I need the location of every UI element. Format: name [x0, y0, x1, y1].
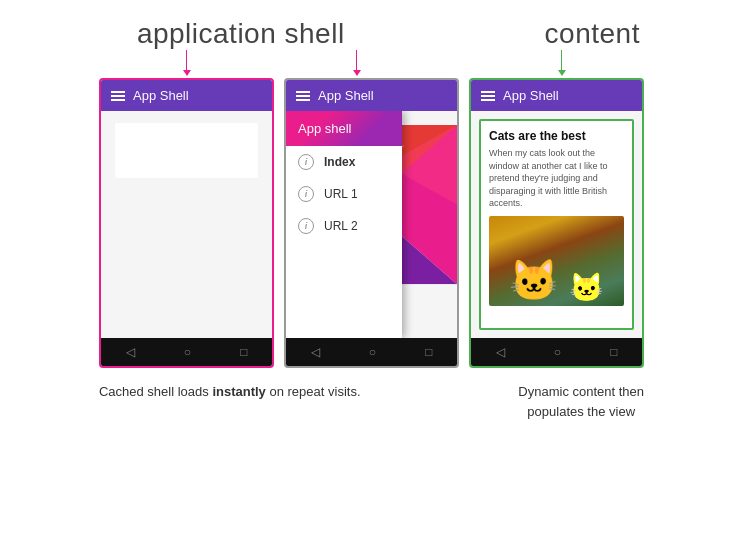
- phone2-title: App Shell: [318, 88, 374, 103]
- phone3-home-icon: ○: [554, 345, 561, 359]
- phone3-recents-icon: □: [610, 345, 617, 359]
- phone2-hamburger: [296, 91, 310, 101]
- content-text: When my cats look out the window at anot…: [489, 147, 624, 210]
- drawer-item-url2[interactable]: i URL 2: [286, 210, 402, 242]
- drawer-header: App shell: [286, 111, 402, 146]
- phone1: App Shell ◁ ○ □: [99, 78, 274, 368]
- phone2-navbar: ◁ ○ □: [286, 338, 457, 366]
- drawer-item-index[interactable]: i Index: [286, 146, 402, 178]
- phone2-body: App shell i Index i URL 1 i URL 2: [286, 111, 457, 338]
- caption-left-text: Cached shell loads: [99, 384, 212, 399]
- phone1-card: [115, 123, 258, 178]
- phone1-title: App Shell: [133, 88, 189, 103]
- phones-row: App Shell ◁ ○ □ App Shell: [20, 78, 723, 368]
- arrow-phone2: [353, 50, 361, 76]
- captions-row: Cached shell loads instantly on repeat v…: [20, 382, 723, 421]
- info-icon-index: i: [298, 154, 314, 170]
- phone1-navbar: ◁ ○ □: [101, 338, 272, 366]
- drawer-title: App shell: [298, 121, 351, 136]
- caption-left-bold: instantly: [212, 384, 265, 399]
- phone3-header: App Shell: [471, 80, 642, 111]
- phone3-back-icon: ◁: [496, 345, 505, 359]
- caption-right-line2: populates the view: [527, 404, 635, 419]
- info-icon-url2: i: [298, 218, 314, 234]
- content-label: content: [545, 18, 640, 49]
- phone3-body: Cats are the best When my cats look out …: [471, 111, 642, 338]
- phone1-header: App Shell: [101, 80, 272, 111]
- phone2-recents-icon: □: [425, 345, 432, 359]
- phone1-body: [101, 111, 272, 338]
- caption-left: Cached shell loads instantly on repeat v…: [99, 382, 361, 421]
- recents-icon: □: [240, 345, 247, 359]
- phone2-home-icon: ○: [369, 345, 376, 359]
- arrow-phone3: [558, 50, 566, 76]
- phone2-header: App Shell: [286, 80, 457, 111]
- caption-left-suffix: on repeat visits.: [266, 384, 361, 399]
- arrow-phone1: [183, 50, 191, 76]
- drawer-item-url1-label: URL 1: [324, 187, 358, 201]
- caption-right: Dynamic content then populates the view: [518, 382, 644, 421]
- hamburger-icon: [111, 91, 125, 101]
- content-card: Cats are the best When my cats look out …: [479, 119, 634, 330]
- phone3-hamburger: [481, 91, 495, 101]
- drawer-item-url1[interactable]: i URL 1: [286, 178, 402, 210]
- content-title: Cats are the best: [489, 129, 624, 143]
- phone3: App Shell Cats are the best When my cats…: [469, 78, 644, 368]
- nav-drawer: App shell i Index i URL 1 i URL 2: [286, 111, 402, 338]
- info-icon-url1: i: [298, 186, 314, 202]
- application-shell-label-group: application shell: [51, 18, 431, 50]
- caption-right-line1: Dynamic content then: [518, 384, 644, 399]
- phone3-title: App Shell: [503, 88, 559, 103]
- back-icon: ◁: [126, 345, 135, 359]
- application-shell-label: application shell: [137, 18, 345, 49]
- cat-image: [489, 216, 624, 306]
- drawer-item-url2-label: URL 2: [324, 219, 358, 233]
- content-label-group: content: [492, 18, 692, 50]
- top-labels-row: application shell content: [20, 18, 723, 50]
- home-icon: ○: [184, 345, 191, 359]
- drawer-item-index-label: Index: [324, 155, 355, 169]
- main-container: application shell content: [0, 0, 743, 437]
- phone3-navbar: ◁ ○ □: [471, 338, 642, 366]
- phone2: App Shell App shell: [284, 78, 459, 368]
- phone2-back-icon: ◁: [311, 345, 320, 359]
